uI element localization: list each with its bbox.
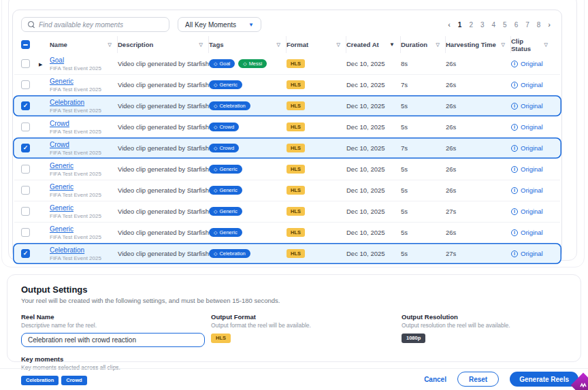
- row-format-cell: HLS: [287, 80, 346, 90]
- row-checkbox-cell: [21, 207, 39, 216]
- row-name-cell: Celebration FIFA Test Event 2025: [50, 99, 118, 114]
- clip-status-label[interactable]: Original: [521, 144, 543, 152]
- filter-icon[interactable]: ▽: [199, 42, 203, 48]
- filter-icon[interactable]: ▽: [502, 42, 505, 48]
- clip-name-link[interactable]: Crowd: [50, 120, 69, 127]
- clip-name-link[interactable]: Generic: [50, 183, 74, 191]
- next-page-icon[interactable]: ›: [548, 20, 551, 29]
- row-checkbox[interactable]: [21, 207, 30, 216]
- info-icon: i: [511, 229, 518, 236]
- row-checkbox[interactable]: [21, 80, 30, 89]
- table-row[interactable]: ▶ Goal FIFA Test Event 2025 Video clip g…: [13, 53, 561, 74]
- tag-badge: ◇Generic: [209, 80, 242, 89]
- row-harvesting-time-cell: 26s: [446, 102, 511, 110]
- expand-row-icon[interactable]: ▶: [39, 62, 42, 67]
- clip-name-link[interactable]: Celebration: [50, 99, 84, 106]
- key-moments-tags: CelebrationCrowd: [21, 372, 90, 384]
- clip-status-label[interactable]: Original: [521, 102, 543, 110]
- page-number-5[interactable]: 5: [503, 21, 507, 29]
- row-checkbox[interactable]: [21, 165, 30, 174]
- row-clip-status-cell: i Original: [511, 60, 553, 67]
- page-number-2[interactable]: 2: [469, 21, 473, 29]
- tag-icon: ◇: [214, 209, 217, 214]
- footer-divider: [0, 368, 588, 369]
- row-name-cell: Goal FIFA Test Event 2025: [50, 56, 118, 71]
- page-number-6[interactable]: 6: [514, 21, 519, 29]
- table-row[interactable]: ▶ Generic FIFA Test Event 2025 Video cli…: [13, 222, 561, 243]
- clip-status-label[interactable]: Original: [521, 165, 543, 173]
- row-description-cell: Video clip generated by Starfish: [118, 208, 209, 215]
- col-description-label: Description: [118, 41, 153, 48]
- table-row[interactable]: ▶ Generic FIFA Test Event 2025 Video cli…: [13, 159, 561, 180]
- clip-name-link[interactable]: Goal: [50, 56, 64, 64]
- page-number-3[interactable]: 3: [480, 21, 485, 29]
- clip-event-label: FIFA Test Event 2025: [50, 255, 118, 261]
- clip-name-link[interactable]: Generic: [50, 78, 74, 85]
- row-expander-cell: ▶: [39, 165, 50, 173]
- clip-status-label[interactable]: Original: [521, 250, 543, 257]
- table-row[interactable]: ▶ Crowd FIFA Test Event 2025 Video clip …: [13, 137, 561, 159]
- filter-icon[interactable]: ▽: [436, 42, 440, 48]
- filter-icon[interactable]: ▽: [337, 42, 340, 48]
- page-number-4[interactable]: 4: [492, 21, 496, 29]
- page-number-8[interactable]: 8: [537, 21, 541, 29]
- clip-name-link[interactable]: Crowd: [50, 141, 69, 148]
- prev-page-icon[interactable]: ‹: [448, 20, 451, 29]
- row-checkbox[interactable]: [21, 123, 30, 131]
- row-description-cell: Video clip generated by Starfish: [118, 250, 209, 257]
- row-created-at-cell: Dec 10, 2025: [346, 229, 401, 236]
- key-moments-description: Key moments selected across all clips.: [21, 364, 567, 371]
- row-created-at-cell: Dec 10, 2025: [346, 250, 401, 257]
- table-row[interactable]: ▶ Generic FIFA Test Event 2025 Video cli…: [13, 74, 561, 95]
- clip-status-label[interactable]: Original: [521, 186, 543, 194]
- row-checkbox[interactable]: [21, 144, 30, 152]
- row-format-cell: HLS: [287, 165, 346, 174]
- clip-name-link[interactable]: Generic: [50, 204, 74, 212]
- page-number-1[interactable]: 1: [458, 21, 462, 29]
- clip-status-label[interactable]: Original: [521, 208, 543, 215]
- col-harvesting-time: Harvesting Time ▽: [446, 36, 511, 53]
- row-name-cell: Celebration FIFA Test Event 2025: [50, 246, 118, 261]
- row-expander-cell: ▶: [39, 250, 50, 257]
- key-moments-filter-dropdown[interactable]: All Key Moments ▼: [178, 17, 261, 32]
- table-row[interactable]: ▶ Celebration FIFA Test Event 2025 Video…: [13, 243, 561, 264]
- row-expander-cell: ▶: [39, 60, 50, 67]
- table-row[interactable]: ▶ Generic FIFA Test Event 2025 Video cli…: [13, 201, 561, 222]
- sort-descending-icon[interactable]: ▼: [389, 42, 395, 48]
- clip-status-label[interactable]: Original: [521, 123, 543, 131]
- col-format: Format ▽: [287, 36, 346, 53]
- row-checkbox[interactable]: [21, 228, 30, 237]
- table-row[interactable]: ▶ Crowd FIFA Test Event 2025 Video clip …: [13, 116, 561, 137]
- row-description-cell: Video clip generated by Starfish: [118, 186, 209, 194]
- col-harvesting-time-label: Harvesting Time: [446, 41, 496, 48]
- clip-name-link[interactable]: Celebration: [50, 246, 84, 254]
- page-number-7[interactable]: 7: [525, 21, 529, 29]
- cancel-button[interactable]: Cancel: [424, 376, 446, 383]
- col-clip-status-label: Clip Status: [511, 37, 541, 52]
- reel-name-input[interactable]: [21, 333, 205, 347]
- row-checkbox[interactable]: [21, 249, 30, 258]
- row-checkbox[interactable]: [21, 59, 30, 68]
- clip-name-link[interactable]: Generic: [50, 162, 74, 169]
- table-row[interactable]: ▶ Generic FIFA Test Event 2025 Video cli…: [13, 180, 561, 201]
- expander-header-cell: [39, 36, 50, 53]
- row-checkbox-cell: [21, 165, 39, 174]
- row-checkbox[interactable]: [21, 101, 30, 110]
- filter-icon[interactable]: ▽: [277, 42, 280, 48]
- clip-status-label[interactable]: Original: [521, 81, 543, 88]
- clip-status-label[interactable]: Original: [521, 229, 543, 236]
- reset-button[interactable]: Reset: [457, 372, 499, 387]
- row-checkbox[interactable]: [21, 186, 30, 195]
- table-row[interactable]: ▶ Celebration FIFA Test Event 2025 Video…: [13, 95, 561, 116]
- filter-icon[interactable]: ▽: [544, 42, 548, 48]
- generate-reels-button[interactable]: Generate Reels: [510, 372, 578, 387]
- filter-icon[interactable]: ▽: [108, 42, 112, 48]
- output-format-badge: HLS: [211, 334, 231, 343]
- clip-status-label[interactable]: Original: [521, 60, 543, 67]
- clip-name-link[interactable]: Generic: [50, 225, 74, 233]
- search-input[interactable]: Find available key moments: [21, 17, 169, 32]
- select-all-checkbox[interactable]: [21, 40, 30, 49]
- page-numbers: 12345678: [458, 21, 541, 29]
- output-settings-subtitle: Your reel will be created with the follo…: [21, 297, 567, 304]
- tag-icon: ◇: [214, 188, 217, 193]
